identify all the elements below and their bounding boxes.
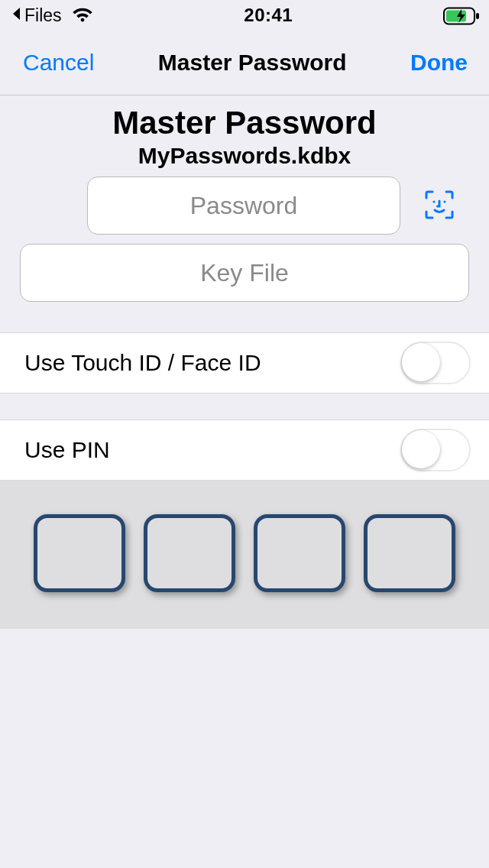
database-filename: MyPasswords.kdbx xyxy=(0,143,489,169)
pin-entry-area xyxy=(0,481,489,629)
pin-row: Use PIN xyxy=(0,419,489,481)
faceid-button[interactable] xyxy=(420,186,458,225)
pin-label: Use PIN xyxy=(24,437,110,463)
nav-bar: Cancel Master Password Done xyxy=(0,31,489,96)
back-app-label[interactable]: Files xyxy=(24,5,62,26)
battery-icon xyxy=(443,7,478,24)
blank-space xyxy=(0,629,489,868)
nav-title: Master Password xyxy=(158,50,347,76)
keyfile-button[interactable]: Key File xyxy=(20,244,469,302)
unlock-form: Master Password MyPasswords.kdbx Key Fil… xyxy=(0,96,489,332)
biometric-label: Use Touch ID / Face ID xyxy=(24,350,261,376)
biometric-toggle[interactable] xyxy=(400,342,471,384)
svg-rect-1 xyxy=(476,13,479,19)
pin-toggle[interactable] xyxy=(400,429,471,471)
svg-point-4 xyxy=(443,200,445,202)
cancel-button[interactable]: Cancel xyxy=(23,50,94,76)
pin-digit-2[interactable] xyxy=(144,514,235,592)
pin-digit-3[interactable] xyxy=(254,514,345,592)
status-left: Files xyxy=(11,5,94,26)
password-input[interactable] xyxy=(87,177,400,235)
pin-digit-1[interactable] xyxy=(34,514,125,592)
form-heading: Master Password xyxy=(0,105,489,141)
pin-digit-4[interactable] xyxy=(364,514,455,592)
status-right xyxy=(443,7,478,24)
faceid-icon xyxy=(423,189,455,223)
biometric-row: Use Touch ID / Face ID xyxy=(0,332,489,394)
done-button[interactable]: Done xyxy=(410,50,468,76)
back-caret-icon[interactable] xyxy=(11,5,21,26)
status-time: 20:41 xyxy=(244,5,293,26)
status-bar: Files 20:41 xyxy=(0,0,489,31)
svg-point-3 xyxy=(432,200,435,202)
wifi-icon xyxy=(71,7,94,24)
